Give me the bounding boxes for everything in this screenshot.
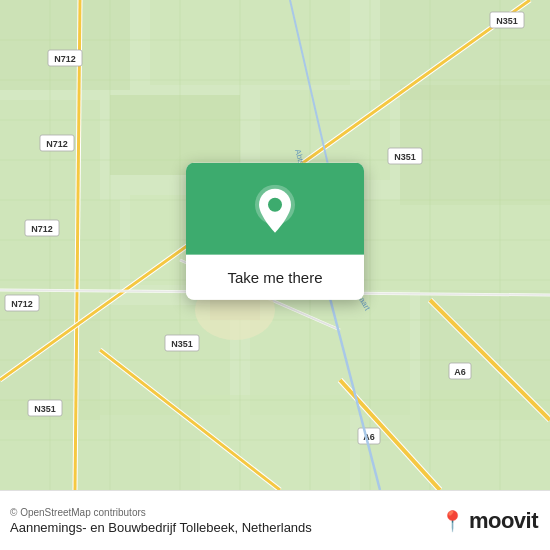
svg-rect-8 <box>0 200 120 300</box>
location-name: Aannemings- en Bouwbedrijf Tollebeek, Ne… <box>10 520 312 535</box>
svg-rect-7 <box>400 85 550 205</box>
location-pin-icon <box>253 185 297 237</box>
svg-text:N351: N351 <box>171 339 193 349</box>
svg-text:N712: N712 <box>11 299 33 309</box>
popup-card: Take me there <box>186 163 364 300</box>
svg-text:A6: A6 <box>454 367 466 377</box>
map-container: N712 N712 N712 N712 N351 N351 N351 N351 … <box>0 0 550 490</box>
svg-text:N351: N351 <box>394 152 416 162</box>
moovit-logo: 📍 moovit <box>440 508 538 534</box>
osm-attribution: © OpenStreetMap contributors <box>10 507 312 518</box>
svg-point-79 <box>268 198 282 212</box>
svg-text:N351: N351 <box>34 404 56 414</box>
svg-text:N351: N351 <box>496 16 518 26</box>
bottom-bar: © OpenStreetMap contributors Aannemings-… <box>0 490 550 550</box>
bottom-left: © OpenStreetMap contributors Aannemings-… <box>10 507 312 535</box>
moovit-pin-icon: 📍 <box>440 509 465 533</box>
svg-text:N712: N712 <box>31 224 53 234</box>
svg-rect-1 <box>0 0 130 90</box>
moovit-text: moovit <box>469 508 538 534</box>
popup-green-area <box>186 163 364 255</box>
take-me-there-button[interactable]: Take me there <box>186 255 364 300</box>
svg-text:N712: N712 <box>54 54 76 64</box>
svg-text:N712: N712 <box>46 139 68 149</box>
